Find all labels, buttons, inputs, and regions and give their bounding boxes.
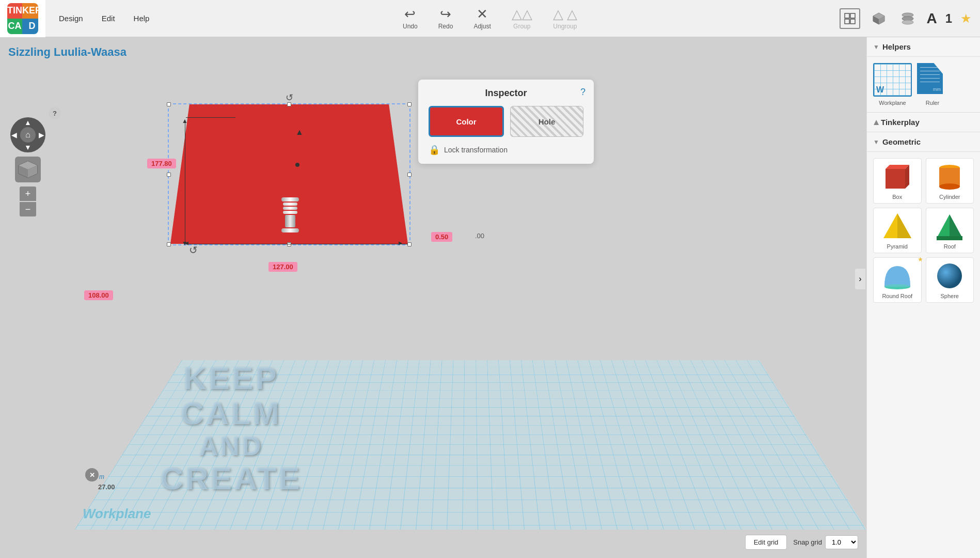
- svg-point-27: [937, 264, 962, 288]
- svg-point-10: [902, 20, 913, 24]
- compass-right-arrow: ▶: [39, 131, 44, 139]
- meas-line-h-bot: [186, 244, 408, 244]
- inspector-options: Color Hole: [429, 106, 583, 137]
- svg-marker-15: [886, 165, 909, 169]
- edit-grid-button[interactable]: Edit grid: [745, 535, 787, 550]
- cylinder-label: Cylinder: [939, 194, 960, 200]
- workplane-w-label: W: [876, 85, 884, 95]
- right-sidebar: ▼ Helpers W Workplane: [866, 37, 980, 558]
- rotate-handle[interactable]: ↺: [286, 92, 293, 103]
- geometric-label: Geometric: [882, 137, 921, 146]
- font-a-icon[interactable]: A: [926, 10, 937, 27]
- svg-rect-3: [850, 19, 855, 24]
- inspector-hole-button[interactable]: Hole: [510, 106, 583, 137]
- tinkerplay-header[interactable]: ▶ Tinkerplay: [867, 112, 980, 132]
- box-svg: [881, 162, 913, 192]
- ruler-marks-inner: [920, 67, 940, 82]
- shape-item-cylinder[interactable]: Cylinder: [926, 158, 974, 204]
- geometric-collapse-arrow: ▼: [873, 138, 879, 146]
- round-roof-svg: [881, 261, 913, 291]
- tinkerplay-label: Tinkerplay: [881, 118, 920, 127]
- undo-button[interactable]: ↩ Undo: [399, 5, 422, 32]
- cylinder-svg: [934, 162, 966, 192]
- inspector-color-button[interactable]: Color: [429, 106, 504, 137]
- grid-view-icon[interactable]: [840, 8, 860, 29]
- shape-item-round-roof[interactable]: ★ Round Roof: [873, 257, 922, 303]
- compass-up-arrow: ▲: [24, 118, 31, 127]
- rotate-arrow-bottom[interactable]: ↺: [189, 244, 198, 256]
- layers-icon[interactable]: [897, 8, 918, 29]
- shape-item-roof[interactable]: Roof: [926, 208, 974, 253]
- zoom-out-button[interactable]: −: [20, 202, 36, 216]
- shape-item-pyramid[interactable]: Pyramid: [873, 208, 922, 253]
- geometric-header[interactable]: ▼ Geometric: [867, 132, 980, 152]
- nav-help[interactable]: Help: [124, 10, 159, 27]
- pyramid-label: Pyramid: [887, 243, 908, 250]
- tinkercad-logo[interactable]: TIN KER CA D: [0, 0, 45, 37]
- helpers-collapse-arrow: ▼: [873, 43, 879, 51]
- ruler-icon: mm: [917, 63, 948, 97]
- snap-select[interactable]: 1.0 0.5 0.25 2.0: [825, 535, 858, 549]
- group-label: Group: [513, 23, 530, 30]
- bolt-top: [281, 197, 299, 202]
- handle-top-right[interactable]: [407, 102, 412, 106]
- arrow-right: ▲: [397, 240, 404, 246]
- up-arrow-indicator: ▲: [295, 128, 304, 137]
- x-marker[interactable]: ✕: [85, 468, 99, 482]
- compass-control[interactable]: ▲ ▼ ◀ ▶ ⌂: [10, 117, 45, 152]
- adjust-button[interactable]: ✕ Adjust: [469, 5, 495, 32]
- handle-top-left[interactable]: [167, 102, 171, 106]
- keep-calm-line-1: KEEP: [160, 361, 302, 396]
- roof-visual: [934, 211, 966, 241]
- nav-menus: Design Edit Help: [50, 10, 159, 27]
- handle-bottom-left[interactable]: [167, 242, 171, 246]
- group-button[interactable]: △△ Group: [508, 5, 536, 32]
- nav-design[interactable]: Design: [50, 10, 92, 27]
- handle-bottom-right[interactable]: [407, 242, 412, 246]
- box-label: Box: [892, 194, 902, 200]
- main-content: Sizzling Luulia-Waasa Inspector ? Color …: [0, 37, 980, 558]
- center-dot: [295, 163, 299, 167]
- ruler-mark-2: [920, 71, 940, 71]
- number-1-icon[interactable]: 1: [945, 11, 952, 26]
- view-cube[interactable]: [15, 157, 41, 182]
- compass-down-arrow: ▼: [24, 143, 31, 151]
- inspector-help-btn[interactable]: ?: [580, 87, 586, 98]
- roof-label: Roof: [944, 243, 956, 250]
- cylinder-visual: [934, 162, 966, 192]
- canvas-area[interactable]: Sizzling Luulia-Waasa Inspector ? Color …: [0, 37, 866, 558]
- handle-right-mid[interactable]: [407, 173, 412, 177]
- workplane-helper[interactable]: W Workplane: [873, 63, 912, 106]
- dim-27-label: 27.00: [98, 483, 115, 491]
- bolt-ring-2: [283, 207, 297, 210]
- star-icon[interactable]: ★: [960, 11, 972, 26]
- nav-edit[interactable]: Edit: [92, 10, 124, 27]
- sphere-label: Sphere: [941, 293, 959, 299]
- ungroup-button[interactable]: △ △ Ungroup: [549, 5, 581, 32]
- zoom-in-button[interactable]: +: [20, 187, 36, 201]
- 3d-view-icon[interactable]: [868, 8, 889, 29]
- svg-rect-2: [845, 19, 849, 24]
- project-title[interactable]: Sizzling Luulia-Waasa: [8, 45, 127, 59]
- keep-calm-text: KEEP CALM AND CREATE: [160, 361, 302, 496]
- inspector-lock[interactable]: 🔒 Lock transformation: [429, 144, 583, 156]
- cube-icon-svg: [872, 12, 886, 25]
- keep-calm-line-3: AND: [160, 431, 302, 461]
- box-visual: [881, 162, 913, 192]
- handle-left-mid[interactable]: [167, 173, 171, 177]
- dim-050-label: 0.50: [431, 232, 452, 242]
- shapes-grid: Box Cylinder: [871, 156, 976, 305]
- help-button[interactable]: ?: [49, 107, 61, 119]
- shape-item-sphere[interactable]: Sphere: [926, 257, 974, 303]
- helpers-label: Helpers: [882, 42, 911, 51]
- roof-svg: [934, 211, 966, 241]
- bolt-ring-3: [283, 211, 297, 214]
- shape-item-box[interactable]: Box: [873, 158, 922, 204]
- ruler-helper[interactable]: mm Ruler: [917, 63, 948, 106]
- svg-marker-22: [897, 213, 911, 238]
- keep-calm-line-4: CREATE: [160, 461, 302, 496]
- helpers-content: W Workplane mm: [867, 57, 980, 112]
- helpers-header[interactable]: ▼ Helpers: [867, 37, 980, 57]
- ungroup-label: Ungroup: [553, 23, 577, 30]
- redo-button[interactable]: ↪ Redo: [434, 5, 457, 32]
